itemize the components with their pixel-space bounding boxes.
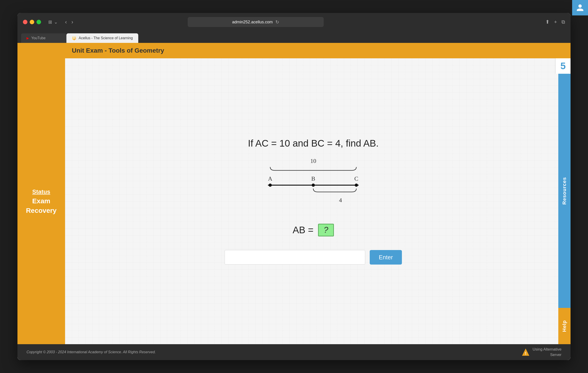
right-sidebar: 5 Resources Help <box>555 58 571 344</box>
share-icon[interactable]: ⬆ <box>545 19 549 25</box>
diagram-area: 10 A B C <box>257 158 370 208</box>
status-link[interactable]: Status <box>32 188 50 195</box>
tabs-icon[interactable]: ⧉ <box>561 19 565 25</box>
warning-icon: ! <box>522 348 530 356</box>
svg-text:!: ! <box>525 351 526 356</box>
tab-bar: ▶ YouTube 🔱 Acellus - The Science of Lea… <box>17 31 571 43</box>
tab-youtube[interactable]: ▶ YouTube <box>21 33 66 43</box>
sidebar-toggle-icon[interactable]: ⊞ <box>48 19 52 25</box>
server-status-text: Using Alternative Server <box>533 347 561 358</box>
help-button[interactable]: Help <box>558 308 571 344</box>
enter-button[interactable]: Enter <box>370 250 402 264</box>
traffic-lights <box>23 20 41 24</box>
recovery-label: Recovery <box>26 207 56 214</box>
nav-buttons: ‹ › <box>63 18 75 26</box>
back-button[interactable]: ‹ <box>63 18 69 26</box>
tab-acellus[interactable]: 🔱 Acellus - The Science of Learning <box>66 33 138 43</box>
browser-window: ⊞ ⌄ ‹ › admin252.acellus.com ↻ ⬆ + ⧉ ▶ Y… <box>17 13 571 360</box>
maximize-button[interactable] <box>36 20 41 24</box>
question-text: If AC = 10 and BC = 4, find AB. <box>248 138 379 149</box>
server-line1: Using Alternative <box>533 347 561 352</box>
svg-text:10: 10 <box>310 158 316 164</box>
chevron-down-icon[interactable]: ⌄ <box>54 19 58 25</box>
page-title: Unit Exam - Tools of Geometry <box>72 47 164 54</box>
content-wrapper: Status Exam Recovery If AC = 10 and BC =… <box>17 58 571 344</box>
svg-point-6 <box>312 184 315 187</box>
question-area: If AC = 10 and BC = 4, find AB. 10 A B C <box>65 58 571 344</box>
answer-display: AB = ? <box>293 224 334 236</box>
main-content: Unit Exam - Tools of Geometry Status Exa… <box>17 43 571 360</box>
answer-placeholder-box: ? <box>318 224 334 236</box>
tab-acellus-label: Acellus - The Science of Learning <box>79 36 133 40</box>
score-value: 5 <box>560 61 566 71</box>
header-bar: Unit Exam - Tools of Geometry <box>17 43 571 58</box>
forward-button[interactable]: › <box>70 18 75 26</box>
title-bar: ⊞ ⌄ ‹ › admin252.acellus.com ↻ ⬆ + ⧉ <box>17 13 571 31</box>
minimize-button[interactable] <box>30 20 34 24</box>
toolbar-right: ⬆ + ⧉ <box>545 19 565 25</box>
answer-input[interactable] <box>225 250 365 264</box>
footer-right: ! Using Alternative Server <box>522 347 561 358</box>
left-sidebar: Status Exam Recovery <box>17 58 65 344</box>
server-line2: Server <box>533 352 561 358</box>
svg-point-7 <box>355 184 358 187</box>
svg-text:B: B <box>311 176 315 182</box>
svg-text:A: A <box>268 176 273 182</box>
svg-point-5 <box>269 184 272 187</box>
close-button[interactable] <box>23 20 27 24</box>
equation-label: AB = <box>293 225 314 235</box>
tab-youtube-label: YouTube <box>31 36 46 40</box>
resources-button[interactable]: Resources <box>558 74 571 308</box>
input-area: Enter <box>225 250 402 264</box>
youtube-icon: ▶ <box>27 36 29 40</box>
score-badge: 5 <box>555 58 571 74</box>
copyright-text: Copyright © 2003 - 2024 International Ac… <box>27 350 156 354</box>
exam-label: Exam <box>32 197 50 205</box>
geometry-diagram: 10 A B C <box>257 158 370 208</box>
new-tab-icon[interactable]: + <box>554 19 557 25</box>
question-mark: ? <box>324 225 328 235</box>
status-box: Status Exam Recovery <box>21 183 61 220</box>
svg-text:4: 4 <box>339 197 342 204</box>
address-bar[interactable]: admin252.acellus.com ↻ <box>188 17 324 27</box>
reload-icon[interactable]: ↻ <box>275 19 279 25</box>
window-controls: ⊞ ⌄ <box>48 19 58 25</box>
url-text: admin252.acellus.com <box>232 20 273 24</box>
svg-text:C: C <box>354 176 358 182</box>
footer: Copyright © 2003 - 2024 International Ac… <box>17 344 571 360</box>
acellus-icon: 🔱 <box>72 36 76 40</box>
